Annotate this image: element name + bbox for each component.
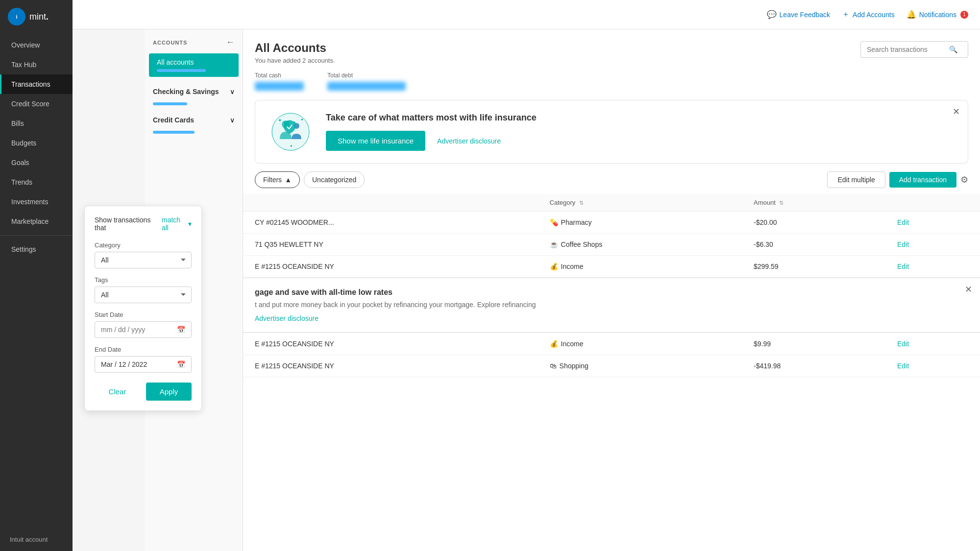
row-edit-link[interactable]: Edit <box>897 362 909 370</box>
description-column-header <box>243 194 538 212</box>
page-subtitle: You have added 2 accounts. <box>255 57 335 64</box>
sidebar: i mint. Overview Tax Hub Transactions Cr… <box>0 0 73 551</box>
table-row: E #1215 OCEANSIDE NY 💰 Income $299.59 Ed… <box>243 256 980 278</box>
total-cash: Total cash <box>255 72 304 92</box>
row-edit-link[interactable]: Edit <box>897 263 909 270</box>
credit-cards-section: Credit Cards ∨ <box>145 111 243 134</box>
sidebar-item-settings[interactable]: Settings <box>0 240 73 259</box>
leave-feedback-button[interactable]: 💬 Leave Feedback <box>767 10 831 19</box>
sidebar-item-budgets[interactable]: Budgets <box>0 133 73 153</box>
calendar-icon-2: 📅 <box>177 360 185 368</box>
end-date-input-wrapper[interactable]: 📅 <box>95 356 192 373</box>
row-description: E #1215 OCEANSIDE NY <box>243 256 538 278</box>
income-icon: 💰 <box>550 263 558 270</box>
row-description: E #1215 OCEANSIDE NY <box>243 333 538 355</box>
total-debt: Total debt <box>327 72 406 92</box>
add-transaction-button[interactable]: Add transaction <box>889 172 956 188</box>
mortgage-advertiser-disclosure-link[interactable]: Advertiser disclosure <box>255 314 318 322</box>
all-accounts-item[interactable]: All accounts <box>149 53 239 77</box>
chevron-up-icon: ▲ <box>285 176 292 184</box>
clear-filter-button[interactable]: Clear <box>95 383 140 401</box>
filter-match-row: Show transactions that match all ▾ <box>95 216 192 232</box>
sidebar-item-goals[interactable]: Goals <box>0 153 73 172</box>
start-date-input[interactable] <box>101 326 160 334</box>
row-edit-link[interactable]: Edit <box>897 218 909 226</box>
svg-text:✦: ✦ <box>290 144 293 148</box>
accounts-header: ACCOUNTS ← <box>145 29 243 53</box>
sidebar-item-bills[interactable]: Bills <box>0 114 73 133</box>
checking-savings-label: Checking & Savings <box>153 88 219 96</box>
notifications-button[interactable]: 🔔 Notifications 1 <box>906 10 968 19</box>
table-controls: Filters ▲ Uncategorized Edit multiple Ad… <box>243 171 980 194</box>
income-icon-2: 💰 <box>550 340 558 348</box>
sidebar-item-overview[interactable]: Overview <box>0 35 73 55</box>
actions-column-header <box>885 194 980 212</box>
credit-cards-bar <box>153 131 195 134</box>
sidebar-item-transactions[interactable]: Transactions <box>0 74 73 94</box>
banner-title: Take care of what matters most with life… <box>326 113 952 123</box>
category-filter-label: Category <box>95 241 192 249</box>
edit-multiple-button[interactable]: Edit multiple <box>827 171 885 188</box>
show-life-insurance-button[interactable]: Show me life insurance <box>326 131 425 151</box>
uncategorized-button[interactable]: Uncategorized <box>304 171 365 188</box>
settings-gear-button[interactable]: ⚙ <box>960 174 968 185</box>
notifications-label: Notifications <box>919 11 956 19</box>
filters-button[interactable]: Filters ▲ <box>255 171 300 188</box>
table-header-row: Category ⇅ Amount ⇅ <box>243 194 980 212</box>
end-date-label: End Date <box>95 346 192 353</box>
banner-cta: Show me life insurance Advertiser disclo… <box>326 131 952 151</box>
logo[interactable]: i mint. <box>0 0 73 35</box>
row-amount: $9.99 <box>742 333 885 355</box>
accounts-collapse-button[interactable]: ← <box>226 37 235 48</box>
table-row: E #1215 OCEANSIDE NY 💰 Income $9.99 Edit <box>243 333 980 355</box>
row-category: 💰 Income <box>538 256 742 278</box>
coffee-icon: ☕ <box>550 240 558 248</box>
tags-filter-select[interactable]: All <box>95 287 192 303</box>
match-all-dropdown[interactable]: match all ▾ <box>162 216 192 232</box>
end-date-input[interactable] <box>101 360 160 368</box>
banner-close-button[interactable]: ✕ <box>953 106 960 117</box>
category-label: Income <box>561 263 584 270</box>
content-header: All Accounts You have added 2 accounts. … <box>243 29 980 72</box>
sidebar-item-marketplace[interactable]: Marketplace <box>0 212 73 231</box>
checking-savings-bar <box>153 102 187 105</box>
row-amount: -$6.30 <box>742 234 885 256</box>
all-accounts-bar <box>157 69 206 72</box>
chevron-down-icon: ∨ <box>230 88 235 96</box>
calendar-icon: 📅 <box>177 326 185 334</box>
filters-label: Filters <box>263 176 282 184</box>
credit-cards-header[interactable]: Credit Cards ∨ <box>145 111 243 129</box>
nav-menu: Overview Tax Hub Transactions Credit Sco… <box>0 35 73 528</box>
sidebar-item-credit-score[interactable]: Credit Score <box>0 94 73 114</box>
chevron-down-icon-3: ▾ <box>188 220 192 228</box>
start-date-input-wrapper[interactable]: 📅 <box>95 321 192 338</box>
category-label: Coffee Shops <box>561 240 603 248</box>
sidebar-item-investments[interactable]: Investments <box>0 192 73 212</box>
category-column-header[interactable]: Category ⇅ <box>538 194 742 212</box>
category-sort-icon: ⇅ <box>579 200 584 206</box>
amount-column-header[interactable]: Amount ⇅ <box>742 194 885 212</box>
search-box[interactable]: 🔍 <box>860 41 968 58</box>
category-filter-select[interactable]: All <box>95 252 192 268</box>
sidebar-item-trends[interactable]: Trends <box>0 172 73 192</box>
mortgage-banner-close-button[interactable]: ✕ <box>965 284 972 295</box>
row-edit-link[interactable]: Edit <box>897 240 909 248</box>
category-label: Income <box>561 340 584 348</box>
add-accounts-button[interactable]: ＋ Add Accounts <box>842 9 895 20</box>
row-edit-link[interactable]: Edit <box>897 340 909 348</box>
category-filter: Category All <box>95 241 192 268</box>
advertiser-disclosure-link[interactable]: Advertiser disclosure <box>437 137 501 145</box>
mortgage-banner-row: ✕ gage and save with all-time low rates … <box>243 278 980 333</box>
sidebar-item-tax-hub[interactable]: Tax Hub <box>0 55 73 74</box>
apply-filter-button[interactable]: Apply <box>146 383 192 401</box>
banner-content: Take care of what matters most with life… <box>326 113 952 151</box>
checking-savings-header[interactable]: Checking & Savings ∨ <box>145 83 243 100</box>
intuit-account-link[interactable]: Intuit account <box>0 528 73 551</box>
table-action-buttons: Edit multiple Add transaction ⚙ <box>827 171 968 188</box>
logo-text: mint. <box>29 12 49 22</box>
total-debt-label: Total debt <box>327 72 406 79</box>
search-input[interactable] <box>867 46 945 53</box>
transaction-table: Category ⇅ Amount ⇅ CY #02145 WOODMER... <box>243 194 980 377</box>
mortgage-banner: ✕ gage and save with all-time low rates … <box>243 278 980 333</box>
total-cash-value <box>255 82 304 91</box>
